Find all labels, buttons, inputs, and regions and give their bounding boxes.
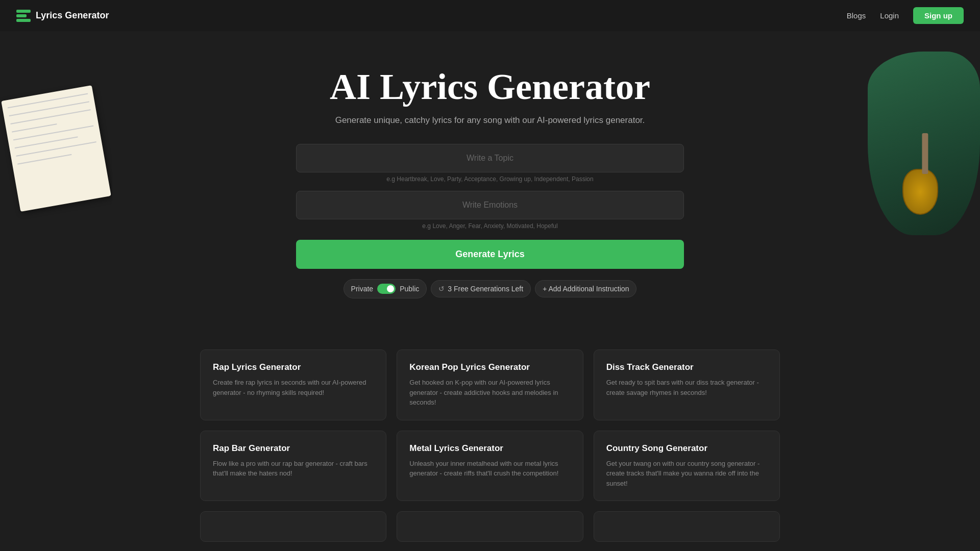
logo-icon [16,9,31,23]
cards-section: Rap Lyrics Generator Create fire rap lyr… [184,349,796,542]
topic-hint: e.g Heartbreak, Love, Party, Acceptance,… [296,176,684,183]
card-title-2: Diss Track Generator [606,362,767,372]
private-label: Private [351,285,374,293]
visibility-toggle[interactable]: Private Public [344,279,427,298]
brand-name: Lyrics Generator [36,10,109,21]
cards-bottom-row [200,511,780,542]
generate-button[interactable]: Generate Lyrics [296,240,684,269]
public-label: Public [400,285,419,293]
card-title-4: Metal Lyrics Generator [409,443,570,454]
guitar-neck-art [922,133,928,174]
add-instruction-label: + Add Additional Instruction [543,285,629,293]
card-desc-3: Flow like a pro with our rap bar generat… [213,459,374,479]
form-container: e.g Heartbreak, Love, Party, Acceptance,… [286,144,694,298]
emotions-hint: e.g Love, Anger, Fear, Anxiety, Motivate… [296,222,684,230]
card-partial-0[interactable] [200,511,386,542]
hero-title: AI Lyrics Generator [10,67,970,107]
logo-bar-1 [16,10,31,13]
card-country-song[interactable]: Country Song Generator Get your twang on… [594,431,780,502]
card-kpop-lyrics[interactable]: Korean Pop Lyrics Generator Get hooked o… [397,349,583,420]
toggle-switch[interactable] [377,284,396,294]
refresh-icon: ↺ [438,285,445,293]
cards-grid: Rap Lyrics Generator Create fire rap lyr… [200,349,780,501]
card-diss-track[interactable]: Diss Track Generator Get ready to spit b… [594,349,780,420]
card-desc-5: Get your twang on with our country song … [606,459,767,489]
card-desc-2: Get ready to spit bars with our diss tra… [606,378,767,397]
hero-subtitle: Generate unique, catchy lyrics for any s… [10,115,970,126]
card-rap-lyrics[interactable]: Rap Lyrics Generator Create fire rap lyr… [200,349,386,420]
logo-bar-2 [16,14,27,17]
card-desc-1: Get hooked on K-pop with our AI-powered … [409,378,570,408]
signup-button[interactable]: Sign up [913,7,964,24]
card-metal-lyrics[interactable]: Metal Lyrics Generator Unleash your inne… [397,431,583,502]
guitar-body-art [902,169,938,215]
nav-login-link[interactable]: Login [880,11,899,20]
card-title-1: Korean Pop Lyrics Generator [409,362,570,372]
generations-counter[interactable]: ↺ 3 Free Generations Left [431,280,531,297]
topic-input[interactable] [296,144,684,172]
navbar: Lyrics Generator Blogs Login Sign up [0,0,980,31]
hero-section: AI Lyrics Generator Generate unique, cat… [0,31,980,319]
card-title-3: Rap Bar Generator [213,443,374,454]
card-rap-bar[interactable]: Rap Bar Generator Flow like a pro with o… [200,431,386,502]
add-instruction-button[interactable]: + Add Additional Instruction [535,280,636,297]
card-desc-0: Create fire rap lyrics in seconds with o… [213,378,374,397]
emotions-input[interactable] [296,191,684,219]
nav-blogs-link[interactable]: Blogs [847,11,866,20]
card-desc-4: Unleash your inner metalhead with our me… [409,459,570,479]
generations-label: 3 Free Generations Left [448,285,523,293]
card-partial-2[interactable] [594,511,780,542]
controls-row: Private Public ↺ 3 Free Generations Left… [296,279,684,298]
card-title-5: Country Song Generator [606,443,767,454]
logo-link[interactable]: Lyrics Generator [16,9,109,23]
card-title-0: Rap Lyrics Generator [213,362,374,372]
logo-bar-3 [16,19,31,22]
nav-links: Blogs Login Sign up [847,7,964,24]
card-partial-1[interactable] [397,511,583,542]
